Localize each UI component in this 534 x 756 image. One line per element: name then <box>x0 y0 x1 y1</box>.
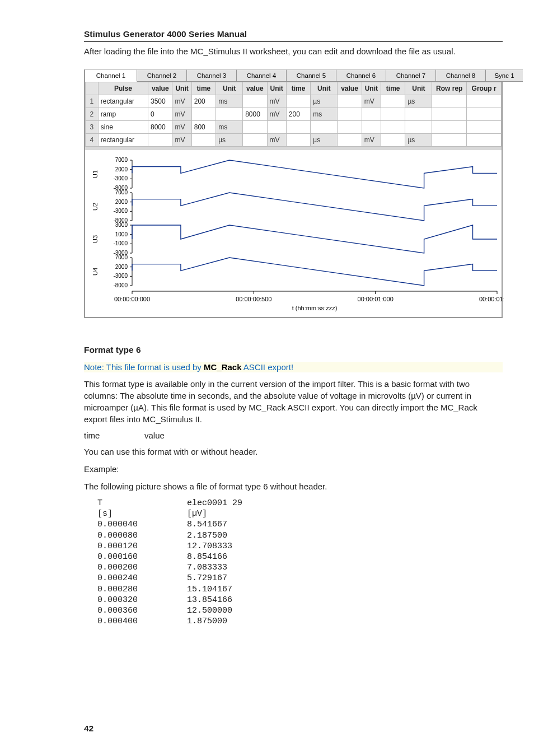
cell[interactable]: µs <box>311 95 338 108</box>
col-time: time <box>84 431 144 440</box>
mono-col1: 0.000320 <box>97 595 187 605</box>
tab-channel-8[interactable]: Channel 8 <box>436 69 486 82</box>
cell[interactable]: ramp <box>98 108 148 121</box>
cell[interactable] <box>381 134 405 147</box>
tab-channel-3[interactable]: Channel 3 <box>187 69 237 82</box>
cell[interactable] <box>381 95 405 108</box>
cell[interactable]: µs <box>405 95 432 108</box>
cell[interactable] <box>338 108 362 121</box>
cell[interactable] <box>405 121 432 134</box>
cell[interactable]: 8000 <box>243 108 267 121</box>
mono-col1: 0.000040 <box>97 519 187 530</box>
cell[interactable] <box>286 95 310 108</box>
cell[interactable]: µs <box>311 134 338 147</box>
cell[interactable]: mV <box>267 95 286 108</box>
cell[interactable] <box>467 95 502 108</box>
mono-row: 0.0004001.875000 <box>97 616 503 627</box>
columns-def: time value <box>84 431 503 440</box>
cell[interactable]: ms <box>216 95 243 108</box>
cell[interactable] <box>243 134 267 147</box>
col-header: Unit <box>267 82 286 95</box>
mono-col1: 0.000360 <box>97 605 187 616</box>
cell[interactable]: ms <box>216 121 243 134</box>
example-label: Example: <box>84 463 503 475</box>
cell[interactable]: mV <box>362 95 381 108</box>
cell[interactable] <box>243 121 267 134</box>
channel-tabs: Channel 1Channel 2Channel 3Channel 4Chan… <box>85 69 502 82</box>
mono-col2: 5.729167 <box>187 573 227 584</box>
cell[interactable] <box>191 134 216 147</box>
svg-text:U1: U1 <box>92 170 99 178</box>
mono-col1: 0.000280 <box>97 584 187 595</box>
cell[interactable] <box>338 95 362 108</box>
cell[interactable]: mV <box>172 121 191 134</box>
cell[interactable] <box>243 95 267 108</box>
svg-text:-1000: -1000 <box>113 240 128 246</box>
cell[interactable]: 0 <box>148 108 172 121</box>
cell[interactable] <box>191 108 216 121</box>
cell[interactable] <box>467 121 502 134</box>
cell[interactable] <box>405 108 432 121</box>
cell[interactable] <box>338 121 362 134</box>
cell[interactable]: µs <box>405 134 432 147</box>
cell[interactable]: 8000 <box>148 121 172 134</box>
mono-col1: 0.000200 <box>97 562 187 573</box>
example-data: Telec0001 29[s][µV]0.0000408.5416670.000… <box>97 498 503 627</box>
tab-sync-1[interactable]: Sync 1 <box>486 69 523 82</box>
title-divider <box>84 41 503 42</box>
cell[interactable]: rectangular <box>98 95 148 108</box>
tab-channel-2[interactable]: Channel 2 <box>137 69 187 82</box>
cell[interactable]: mV <box>172 108 191 121</box>
page-title: Stimulus Generator 4000 Series Manual <box>84 29 503 39</box>
mono-col2: 8.541667 <box>187 519 227 530</box>
cell[interactable]: 200 <box>286 108 310 121</box>
cell[interactable] <box>381 121 405 134</box>
tab-channel-7[interactable]: Channel 7 <box>386 69 436 82</box>
cell[interactable]: mV <box>362 134 381 147</box>
cell[interactable]: mV <box>267 134 286 147</box>
tab-channel-5[interactable]: Channel 5 <box>287 69 336 82</box>
col-header: Unit <box>172 82 191 95</box>
svg-text:U4: U4 <box>92 268 99 276</box>
cell[interactable] <box>432 108 467 121</box>
cell[interactable]: ms <box>311 108 338 121</box>
tab-channel-4[interactable]: Channel 4 <box>237 69 287 82</box>
cell[interactable]: sine <box>98 121 148 134</box>
col-header <box>86 82 99 95</box>
svg-text:2000: 2000 <box>115 166 128 172</box>
cell[interactable] <box>362 121 381 134</box>
cell[interactable] <box>148 134 172 147</box>
svg-text:U3: U3 <box>92 235 99 243</box>
mono-col1: 0.000160 <box>97 552 187 562</box>
cell[interactable]: mV <box>172 95 191 108</box>
cell[interactable]: mV <box>267 108 286 121</box>
cell[interactable] <box>362 108 381 121</box>
cell[interactable] <box>432 121 467 134</box>
cell[interactable] <box>216 108 243 121</box>
cell[interactable] <box>267 121 286 134</box>
cell[interactable]: µs <box>216 134 243 147</box>
mono-row: 0.0002007.083333 <box>97 562 503 573</box>
cell[interactable] <box>432 95 467 108</box>
cell[interactable] <box>467 108 502 121</box>
tab-channel-6[interactable]: Channel 6 <box>336 69 386 82</box>
cell[interactable]: mV <box>172 134 191 147</box>
svg-text:U2: U2 <box>92 203 99 211</box>
cell[interactable]: 200 <box>191 95 216 108</box>
cell[interactable] <box>286 134 310 147</box>
table-row: 2ramp0mV8000mV200ms <box>86 108 502 121</box>
cell[interactable] <box>286 121 310 134</box>
cell[interactable]: 3500 <box>148 95 172 108</box>
cell[interactable] <box>467 134 502 147</box>
cell[interactable] <box>432 134 467 147</box>
tab-channel-1[interactable]: Channel 1 <box>85 69 137 82</box>
cell[interactable]: 800 <box>191 121 216 134</box>
svg-text:00:00:01:000: 00:00:01:000 <box>358 296 394 302</box>
row-number: 3 <box>86 121 99 134</box>
col-header: time <box>191 82 216 95</box>
cell[interactable] <box>381 108 405 121</box>
cell[interactable] <box>338 134 362 147</box>
cell[interactable]: rectangular <box>98 134 148 147</box>
mono-col1: 0.000120 <box>97 541 187 552</box>
cell[interactable] <box>311 121 338 134</box>
